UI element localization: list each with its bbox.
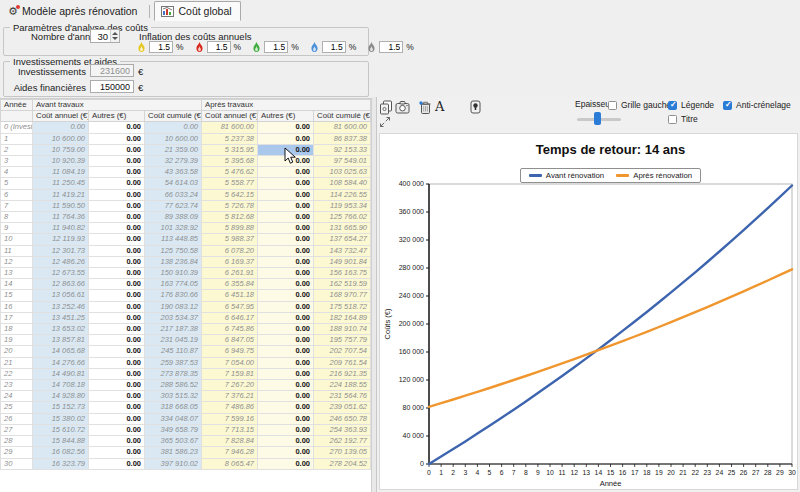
table-cell[interactable]: 0.00 [89,189,145,200]
table-cell[interactable]: 0.00 [258,447,314,458]
col-header[interactable]: Coût cumulé (€) [145,111,202,122]
table-cell[interactable]: 0.00 [89,178,145,189]
table-cell[interactable]: 0.00 [258,122,314,133]
table-cell[interactable]: 0.00 [258,133,314,144]
table-cell[interactable]: 0.00 [258,357,314,368]
inflation-rate-input[interactable] [379,41,403,53]
checkbox-anti-crenelage[interactable]: Anti-crénelage [723,100,791,110]
checkbox-grille-gauche[interactable]: Grille gauche [608,100,671,110]
table-cell[interactable]: 0.00 [258,144,314,155]
table-cell[interactable]: 0.00 [258,312,314,323]
table-cell[interactable]: 0.00 [89,380,145,391]
table-cell[interactable]: 0.00 [258,189,314,200]
table-cell[interactable]: 0.00 [89,122,145,133]
col-header-annee[interactable]: Année [1,100,33,111]
line-chart[interactable]: 040 00080 000120 000160 000200 000240 00… [380,176,799,491]
copy-icon[interactable] [379,100,393,115]
table-cell[interactable]: 0.00 [258,324,314,335]
table-cell[interactable]: 0.00 [89,167,145,178]
years-spinner[interactable]: 30 [90,29,120,43]
slider-handle[interactable] [594,112,601,125]
checkbox-titre[interactable]: Titre [668,114,698,124]
tab-modele-apres-renovation[interactable]: ⚙ Modèle après rénovation [2,1,145,21]
table-cell[interactable]: 0.00 [258,268,314,279]
table-cell[interactable]: 0.00 [89,290,145,301]
table-cell[interactable]: 0.00 [258,178,314,189]
table-cell[interactable]: 0.00 [89,312,145,323]
table-cell[interactable]: 0.00 [258,458,314,469]
table-cell[interactable]: 0.00 [89,268,145,279]
table-cell[interactable]: 0.00 [89,212,145,223]
table-cell[interactable]: 0.00 [258,245,314,256]
table-cell[interactable]: 0.00 [258,223,314,234]
table-cell[interactable]: 0.00 [258,335,314,346]
font-icon[interactable]: A [435,99,444,114]
table-cell[interactable]: 0.00 [258,402,314,413]
checkbox-box[interactable] [723,101,732,110]
col-header[interactable]: Autres (€) [258,111,314,122]
table-cell[interactable]: 0.00 [89,402,145,413]
table-cell[interactable]: 0.00 [258,290,314,301]
thickness-slider[interactable] [577,113,621,125]
table-cell[interactable]: 0.00 [258,368,314,379]
table-cell[interactable]: 0.00 [89,200,145,211]
table-cell[interactable]: 0.00 [89,256,145,267]
table-cell[interactable]: 0.00 [258,156,314,167]
table-cell[interactable]: 0.00 [258,391,314,402]
table-cell[interactable]: 0.00 [258,200,314,211]
aides-input[interactable] [90,80,134,93]
col-header[interactable]: Coût cumulé (€) [314,111,371,122]
inflation-rate-input[interactable] [264,41,288,53]
table-cell[interactable]: 0.00 [258,380,314,391]
col-header[interactable]: Coût annuel (€) [33,111,89,122]
table-cell[interactable]: 0.00 [89,436,145,447]
tab-cout-global[interactable]: Coût global [154,1,240,21]
inflation-rate-input[interactable] [149,41,173,53]
table-cell[interactable]: 0.00 [89,368,145,379]
table-cell[interactable]: 0.00 [89,133,145,144]
table-cell[interactable]: 0.00 [89,279,145,290]
table-cell[interactable]: 0.00 [258,234,314,245]
group-header-apres[interactable]: Après travaux [202,100,371,111]
table-cell[interactable]: 0.00 [89,458,145,469]
table-cell[interactable]: 0.00 [89,413,145,424]
table-cell[interactable]: 0.00 [89,324,145,335]
table-cell[interactable]: 0.00 [89,234,145,245]
inflation-rate-input[interactable] [207,41,231,53]
invest-input[interactable] [90,64,134,77]
delete-icon[interactable] [418,100,432,115]
table-cell[interactable]: 0.00 [89,391,145,402]
col-header[interactable]: Coût annuel (€) [202,111,258,122]
table-cell[interactable]: 0.00 [89,223,145,234]
table-cell[interactable]: 0.00 [89,346,145,357]
table-cell[interactable]: 0.00 [258,301,314,312]
lock-icon[interactable] [469,100,482,114]
group-header-avant[interactable]: Avant travaux [33,100,202,111]
camera-icon[interactable] [395,100,410,114]
checkbox-box[interactable] [608,101,617,110]
table-cell[interactable]: 0.00 [258,212,314,223]
table-cell[interactable]: 0.00 [258,167,314,178]
table-cell[interactable]: 0.00 [89,335,145,346]
table-cell[interactable]: 0.00 [89,144,145,155]
col-header[interactable]: Autres (€) [89,111,145,122]
spin-down-icon[interactable] [112,37,118,40]
plot-area[interactable] [429,184,792,464]
checkbox-box[interactable] [668,115,677,124]
checkbox-box[interactable] [668,101,677,110]
table-cell[interactable]: 0.00 [89,447,145,458]
spinner-arrows[interactable] [110,30,119,42]
spin-up-icon[interactable] [112,32,118,35]
table-cell[interactable]: 0.00 [89,424,145,435]
table-cell[interactable]: 0.00 [89,156,145,167]
inflation-rate-input[interactable] [322,41,346,53]
table-cell[interactable]: 0.00 [258,436,314,447]
table-cell[interactable]: 0.00 [258,413,314,424]
table-cell[interactable]: 0.00 [89,301,145,312]
table-cell[interactable]: 0.00 [258,346,314,357]
resize-icon[interactable] [379,116,391,128]
table-cell[interactable]: 0.00 [258,424,314,435]
checkbox-legende[interactable]: Légende [668,100,714,110]
table-cell[interactable]: 0.00 [258,279,314,290]
table-cell[interactable]: 0.00 [258,256,314,267]
